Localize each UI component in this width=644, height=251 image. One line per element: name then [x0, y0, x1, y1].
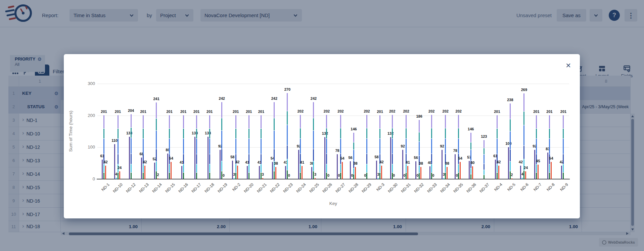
bar-segment — [196, 164, 197, 172]
bar-segment — [340, 164, 341, 172]
bar-value-label: 132 — [385, 131, 396, 135]
bar-segment — [353, 142, 354, 150]
bar-segment — [131, 114, 132, 128]
bar-segment — [248, 164, 249, 172]
bar-value-label: 201 — [138, 110, 148, 114]
bar — [234, 178, 235, 179]
bar-segment — [169, 173, 170, 179]
bar-value-label: 202 — [426, 109, 436, 113]
bar-segment — [183, 115, 184, 128]
bar-segment — [392, 164, 393, 172]
gridline — [97, 84, 569, 84]
bar — [511, 178, 512, 179]
bar-segment — [143, 139, 144, 154]
bar-segment — [431, 164, 432, 172]
bar-segment — [523, 125, 524, 145]
bar-value-label: 2 — [153, 173, 163, 177]
bar-segment — [156, 131, 157, 149]
bar-segment — [156, 149, 157, 161]
bar-value-label: 146 — [349, 127, 359, 131]
bar-value-label: 201 — [99, 110, 109, 114]
bar-segment — [549, 173, 550, 179]
bar-segment — [484, 175, 485, 179]
bar-segment — [523, 171, 524, 179]
bar-value-label: 42 — [557, 160, 567, 164]
bar-segment — [549, 115, 550, 128]
bar-segment — [118, 139, 119, 154]
bar-value-label: 133 — [124, 131, 134, 135]
bar-value-label: 202 — [362, 109, 372, 113]
bar — [534, 150, 535, 179]
bar-segment — [392, 128, 393, 138]
bar-segment — [221, 118, 222, 130]
bar-segment — [536, 115, 537, 128]
bar-segment — [563, 139, 564, 154]
bar-segment — [458, 115, 459, 128]
bar-segment — [366, 173, 367, 179]
bar-segment — [419, 120, 420, 132]
bar-segment — [287, 125, 288, 145]
bar-value-label: 41 — [255, 160, 265, 164]
bar-value-label: 38 — [416, 161, 426, 165]
bar — [551, 162, 552, 179]
bar-segment — [183, 164, 184, 172]
bar-segment — [300, 139, 301, 154]
bar-segment — [340, 128, 341, 138]
bar-segment — [523, 112, 524, 125]
bar-segment — [470, 142, 471, 150]
bar-value-label: 201 — [256, 110, 266, 114]
bar-segment — [431, 139, 432, 154]
bar-value-label: 242 — [309, 96, 319, 100]
bar-segment — [196, 173, 197, 179]
bar-segment — [484, 155, 485, 164]
bar-segment — [392, 154, 393, 164]
bar-value-label: 38 — [442, 161, 452, 165]
bar-segment — [497, 173, 498, 179]
bar-value-label: 41 — [281, 160, 291, 164]
bar-segment — [313, 102, 314, 118]
bar-segment — [484, 148, 485, 154]
bar-segment — [221, 102, 222, 118]
bar-segment — [196, 115, 197, 128]
bar-segment — [563, 164, 564, 172]
bar-segment — [549, 164, 550, 172]
bar-segment — [379, 115, 380, 128]
bar-segment — [131, 128, 132, 138]
bar-segment — [484, 164, 485, 170]
bar-segment — [536, 173, 537, 179]
bar-value-label: 42 — [494, 160, 504, 164]
bar-segment — [261, 154, 262, 164]
bar-segment — [287, 145, 288, 159]
bar-value-label: 68 — [137, 152, 147, 156]
bar — [262, 178, 263, 179]
bar-value-label: 92 — [530, 144, 540, 148]
bar — [237, 166, 238, 179]
bar-segment — [300, 115, 301, 128]
bar-value-label: 45 — [533, 159, 543, 163]
bar-value-label: 3 — [258, 172, 268, 176]
bar-value-label: 204 — [126, 109, 136, 113]
bar-segment — [183, 139, 184, 154]
bar-segment — [103, 164, 104, 172]
bar-segment — [103, 129, 104, 138]
bar-value-label: 80 — [163, 148, 173, 152]
bar-segment — [235, 164, 236, 172]
bar-value-label: 201 — [492, 110, 502, 114]
bar-segment — [274, 171, 275, 179]
bar — [208, 137, 209, 179]
bar-segment — [287, 111, 288, 125]
bar-value-label: 123 — [479, 134, 489, 138]
bar-value-label: 201 — [531, 110, 541, 114]
bar-value-label: 242 — [269, 96, 279, 100]
bar-segment — [143, 129, 144, 138]
bar-segment — [419, 166, 420, 173]
bar-value-label: 202 — [295, 109, 306, 113]
bar — [119, 171, 120, 179]
bar-value-label: 201 — [375, 110, 385, 114]
bar-segment — [313, 131, 314, 149]
bar-segment — [261, 115, 262, 128]
bar-value-label: 3 — [310, 172, 320, 176]
bar-segment — [458, 128, 459, 138]
bar — [498, 166, 499, 179]
bar-segment — [248, 139, 249, 154]
